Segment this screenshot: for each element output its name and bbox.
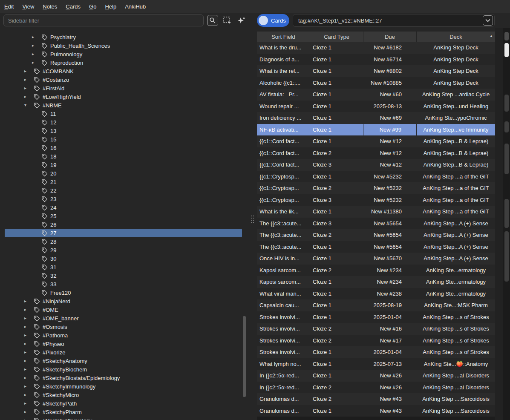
expand-arrow-icon[interactable]: ▸ bbox=[24, 348, 34, 357]
sidebar-item-25[interactable]: 25 bbox=[5, 212, 242, 220]
sidebar-item-29[interactable]: 29 bbox=[5, 246, 242, 254]
sidebar-item-ome[interactable]: ▸#OME bbox=[5, 305, 242, 314]
table-row[interactable]: Capsaicin cau...Cloze 12025-08-19AnKing … bbox=[257, 299, 495, 311]
sidebar-item-19[interactable]: 19 bbox=[5, 161, 242, 169]
expand-arrow-icon[interactable]: ▸ bbox=[24, 297, 34, 305]
sidebar-item-27[interactable]: 27 bbox=[5, 229, 242, 237]
menu-notes[interactable]: Notes bbox=[38, 3, 61, 10]
search-button[interactable] bbox=[207, 15, 218, 26]
table-row[interactable]: {{c1::Cord fact...Cloze 3New #12AnKing S… bbox=[257, 159, 495, 171]
menu-ankihub[interactable]: AnkiHub bbox=[121, 3, 150, 10]
ankihub-ai-button[interactable] bbox=[236, 14, 248, 26]
sidebar-item-11[interactable]: 11 bbox=[5, 109, 242, 118]
expand-arrow-icon[interactable]: ▸ bbox=[32, 58, 41, 67]
table-row[interactable]: What is the dru...Cloze 1New #6182AnKing… bbox=[257, 42, 495, 54]
table-row[interactable]: {{c1::Cord fact...Cloze 2New #12AnKing S… bbox=[257, 147, 495, 159]
table-row[interactable]: Wound repair ...Cloze 12025-08-13AnKing … bbox=[257, 101, 495, 112]
sidebar-item-psychiatry[interactable]: ▸Psychiatry bbox=[5, 33, 242, 41]
table-row[interactable]: Kaposi sarcom...Cloze 1New #234AnKing St… bbox=[257, 276, 495, 288]
expand-arrow-icon[interactable]: ▸ bbox=[24, 339, 34, 348]
column-header-card-type[interactable]: Card Type bbox=[310, 32, 363, 42]
sidebar-item-sketchypath[interactable]: ▸#SketchyPath bbox=[5, 399, 242, 408]
expand-arrow-icon[interactable]: ▸ bbox=[24, 391, 34, 399]
expand-arrow-icon[interactable]: ▸ bbox=[32, 41, 41, 50]
sidebar-item-free120[interactable]: Free120 bbox=[5, 288, 242, 297]
sidebar-item-sketchyanatomy[interactable]: ▸#SketchyAnatomy bbox=[5, 357, 242, 365]
table-row[interactable]: The {{c3::acute...Cloze 2New #5654AnKing… bbox=[257, 229, 495, 241]
sidebar-item-15[interactable]: 15 bbox=[5, 135, 242, 144]
menu-view[interactable]: View bbox=[18, 3, 38, 10]
sidebar-item-low-highyield[interactable]: ▸#Low/HighYield bbox=[5, 92, 242, 101]
menu-go[interactable]: Go bbox=[85, 3, 101, 10]
expand-arrow-icon[interactable]: ▸ bbox=[24, 382, 34, 391]
expand-arrow-icon[interactable]: ▸ bbox=[24, 416, 34, 420]
table-row[interactable]: {{c1::Cryptosp...Cloze 3New #5232AnKing … bbox=[257, 194, 495, 206]
sidebar-item-16[interactable]: 16 bbox=[5, 144, 242, 152]
table-row[interactable]: Iron deficiency ...Cloze 1New #69AnKing … bbox=[257, 112, 495, 124]
expand-arrow-icon[interactable]: ▸ bbox=[32, 50, 41, 58]
sidebar-item-nbme[interactable]: ▾#NBME bbox=[5, 101, 242, 109]
sidebar-item-13[interactable]: 13 bbox=[5, 127, 242, 135]
table-row[interactable]: Strokes involvi...Cloze 2New #16AnKing S… bbox=[257, 323, 495, 335]
sidebar-item-ninjanerd[interactable]: ▸#NinjaNerd bbox=[5, 297, 242, 305]
sidebar-item-ome-banner[interactable]: ▸#OME_banner bbox=[5, 314, 242, 322]
sidebar-item-sketchyphysiology[interactable]: ▸#SketchyPhysiology bbox=[5, 416, 242, 420]
sidebar-item-sketchybiochem[interactable]: ▸#SketchyBiochem bbox=[5, 365, 242, 374]
expand-arrow-icon[interactable]: ▸ bbox=[24, 92, 34, 101]
sidebar-item-sketchyimmunology[interactable]: ▸#SketchyImmunology bbox=[5, 382, 242, 391]
expand-arrow-icon[interactable]: ▸ bbox=[24, 408, 34, 416]
table-row[interactable]: What is the lik...Cloze 1New #11380AnKin… bbox=[257, 206, 495, 218]
sidebar-item-26[interactable]: 26 bbox=[5, 220, 242, 229]
table-row[interactable]: {{c1::Cord fact...Cloze 1New #12AnKing S… bbox=[257, 135, 495, 147]
column-header-deck[interactable]: Deck▲ bbox=[417, 32, 495, 42]
sidebar-item-sketchymicro[interactable]: ▸#SketchyMicro bbox=[5, 391, 242, 399]
table-row[interactable]: The {{c3::acute...Cloze 1New #5654AnKing… bbox=[257, 241, 495, 253]
table-row[interactable]: Alcoholic {{c1::...Cloze 1New #10885AnKi… bbox=[257, 77, 495, 89]
sidebar-item-public-health-sciences[interactable]: ▸Public_Health_Sciences bbox=[5, 41, 242, 50]
table-row[interactable]: What viral man...Cloze 1New #238AnKing S… bbox=[257, 288, 495, 300]
expand-arrow-icon[interactable]: ▸ bbox=[24, 84, 34, 92]
cards-notes-toggle[interactable]: Cards bbox=[257, 14, 289, 27]
sidebar-item-costanzo[interactable]: ▸#Costanzo bbox=[5, 75, 242, 84]
table-row[interactable]: What lymph no...Cloze 12025-07-13AnKing … bbox=[257, 358, 495, 370]
table-row[interactable]: Diagnosis of a...Cloze 1New #6714AnKing … bbox=[257, 54, 495, 66]
menu-cards[interactable]: Cards bbox=[61, 3, 85, 10]
table-row[interactable]: Strokes involvi...Cloze 12025-01-04AnKin… bbox=[257, 311, 495, 323]
sidebar-item-reproduction[interactable]: ▸Reproduction bbox=[5, 58, 242, 67]
sidebar-filter-input[interactable] bbox=[3, 14, 204, 26]
scrollbar-thumb[interactable] bbox=[504, 43, 509, 57]
sidebar-item-24[interactable]: 24 bbox=[5, 203, 242, 212]
sidebar-item-21[interactable]: 21 bbox=[5, 178, 242, 186]
table-row[interactable]: In {{c2::5α-red...Cloze 2New #26AnKing S… bbox=[257, 382, 495, 394]
sidebar-item-32[interactable]: 32 bbox=[5, 271, 242, 280]
sidebar-item-sketchybiostats-epidemiology[interactable]: ▸#SketchyBiostats/Epidemiology bbox=[5, 374, 242, 382]
sidebar-item-31[interactable]: 31 bbox=[5, 263, 242, 271]
sidebar-item-28[interactable]: 28 bbox=[5, 237, 242, 246]
table-row[interactable]: Granulomas d...Cloze 1New #43AnKing Step… bbox=[257, 405, 495, 417]
expand-arrow-icon[interactable]: ▸ bbox=[24, 357, 34, 365]
column-header-sort-field[interactable]: Sort Field bbox=[257, 32, 310, 42]
splitter-handle[interactable] bbox=[249, 28, 256, 417]
table-row[interactable]: Granulomas d...Cloze 2New #43AnKing Step… bbox=[257, 393, 495, 405]
table-row[interactable]: Kaposi sarcom...Cloze 2New #234AnKing St… bbox=[257, 265, 495, 276]
expand-arrow-icon[interactable]: ▸ bbox=[24, 314, 34, 322]
menu-edit[interactable]: Edit bbox=[0, 3, 18, 10]
sidebar-item-30[interactable]: 30 bbox=[5, 254, 242, 263]
sidebar-item-sketchypharm[interactable]: ▸#SketchyPharm bbox=[5, 408, 242, 416]
sidebar-item-12[interactable]: 12 bbox=[5, 118, 242, 127]
table-row[interactable]: In {{c2::5α-red...Cloze 1New #26AnKing S… bbox=[257, 370, 495, 382]
select-notes-button[interactable] bbox=[221, 14, 233, 26]
sidebar-item-combank[interactable]: ▸#COMBANK bbox=[5, 67, 242, 75]
sidebar-item-20[interactable]: 20 bbox=[5, 169, 242, 178]
table-row[interactable]: What is the rel...Cloze 1New #8802AnKing… bbox=[257, 65, 495, 77]
sidebar-item-33[interactable]: 33 bbox=[5, 280, 242, 288]
sidebar-scrollbar-thumb[interactable] bbox=[243, 316, 246, 397]
expand-arrow-icon[interactable]: ▸ bbox=[32, 33, 41, 41]
table-row[interactable]: {{c1::Cryptosp...Cloze 1New #5232AnKing … bbox=[257, 171, 495, 183]
table-row[interactable]: The {{c3::acute...Cloze 3New #5654AnKing… bbox=[257, 218, 495, 230]
table-row[interactable]: {{c1::Cryptosp...Cloze 2New #5232AnKing … bbox=[257, 182, 495, 194]
expand-arrow-icon[interactable]: ▸ bbox=[24, 399, 34, 408]
column-header-due[interactable]: Due bbox=[363, 32, 417, 42]
expand-arrow-icon[interactable]: ▸ bbox=[24, 305, 34, 314]
sidebar-item-23[interactable]: 23 bbox=[5, 195, 242, 203]
